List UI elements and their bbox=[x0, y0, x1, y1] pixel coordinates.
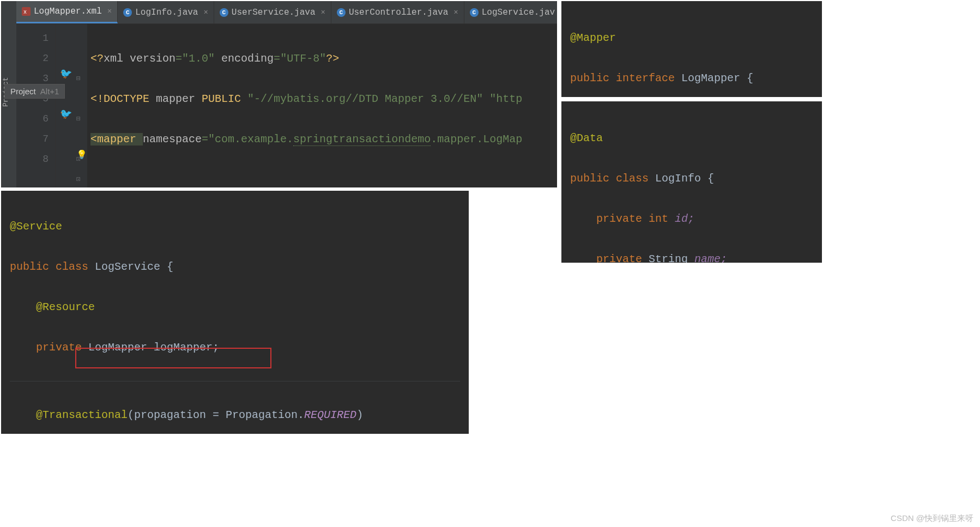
code-area[interactable]: <?xml version="1.0" encoding="UTF-8"?> <… bbox=[87, 24, 522, 187]
code-tok bbox=[10, 341, 36, 354]
code-tok: private int bbox=[596, 213, 675, 225]
code-tok: "UTF-8" bbox=[280, 52, 326, 65]
code-tok: (propagation = Propagation. bbox=[128, 409, 304, 421]
tab-label: UserService.java bbox=[232, 8, 316, 17]
code-tok: = bbox=[274, 52, 280, 65]
code-tok: LogInfo { bbox=[655, 172, 714, 185]
tab-logservice-java[interactable]: C LogService.jav bbox=[464, 1, 557, 23]
code-tok: @Resource bbox=[36, 301, 95, 313]
code-tok: springtransactiondemo bbox=[293, 133, 431, 146]
highlight-box bbox=[75, 348, 271, 368]
lightbulb-icon[interactable]: 💡 bbox=[76, 149, 87, 160]
code-tok: "1.0" bbox=[182, 52, 215, 65]
code-tok: mapper bbox=[97, 133, 143, 146]
svg-text:x: x bbox=[23, 9, 27, 15]
code-tok: ) bbox=[356, 409, 363, 421]
mybatis-bird-icon[interactable]: 🐦 bbox=[60, 68, 72, 80]
watermark: CSDN @快到锅里来呀 bbox=[891, 513, 973, 524]
code-tok: id; bbox=[675, 213, 694, 225]
code-tok: public interface bbox=[570, 72, 681, 84]
tab-label: LogService.jav bbox=[482, 8, 555, 17]
icon-gutter: 🐦 🐦 bbox=[56, 24, 76, 187]
code-tok bbox=[10, 409, 36, 421]
code-tok: public class bbox=[570, 172, 655, 185]
code-area[interactable]: @Mapper public interface LogMapper { int… bbox=[570, 8, 813, 97]
tab-userservice-java[interactable]: C UserService.java × bbox=[214, 1, 331, 23]
project-tooltip: Project Alt+1 bbox=[4, 84, 65, 99]
close-icon[interactable]: × bbox=[453, 8, 458, 17]
tab-label: UserController.java bbox=[349, 8, 448, 17]
panel-loginfo-class: @Data public class LogInfo { private int… bbox=[561, 101, 822, 263]
code-tok: .mapper.LogMap bbox=[431, 133, 522, 146]
code-area[interactable]: @Data public class LogInfo { private int… bbox=[570, 108, 813, 263]
code-tok: name; bbox=[694, 253, 727, 263]
close-icon[interactable]: × bbox=[107, 7, 112, 16]
code-tok: @Service bbox=[10, 220, 62, 233]
code-tok: "-//mybatis.org//DTD Mapper 3.0//EN" "ht… bbox=[247, 93, 522, 105]
code-tok: LogMapper { bbox=[681, 72, 753, 84]
code-tok: "com.example. bbox=[208, 133, 293, 146]
class-icon: C bbox=[337, 8, 346, 17]
code-tok: = bbox=[202, 133, 208, 146]
code-tok: xml version bbox=[104, 52, 176, 65]
tooltip-label: Project bbox=[10, 87, 36, 96]
code-tok: ?> bbox=[326, 52, 339, 65]
editor-tabs: x LogMapper.xml × C LogInfo.java × C Use… bbox=[16, 1, 557, 24]
fold-icon[interactable]: ⊟ bbox=[76, 69, 87, 89]
tab-label: LogMapper.xml bbox=[34, 7, 102, 16]
code-area[interactable]: @Service public class LogService { @Reso… bbox=[10, 196, 460, 434]
line-num: 8 bbox=[16, 149, 49, 169]
code-tok bbox=[570, 253, 596, 263]
fold-end-icon[interactable]: ⊡ bbox=[76, 169, 87, 187]
close-icon[interactable]: × bbox=[203, 8, 208, 17]
line-num: 1 bbox=[16, 28, 49, 49]
close-icon[interactable]: × bbox=[320, 8, 325, 17]
code-tok: encoding bbox=[215, 52, 274, 65]
fold-gutter: ⊟ ⊟ ⊡ ⊡ bbox=[76, 24, 87, 187]
code-tok: @Transactional bbox=[36, 409, 128, 421]
tooltip-shortcut: Alt+1 bbox=[40, 87, 59, 96]
class-icon: C bbox=[123, 8, 132, 17]
code-tok: mapper bbox=[156, 93, 202, 105]
code-tok: @Mapper bbox=[570, 32, 616, 44]
line-number-gutter: 1 2 3 5 6 7 8 bbox=[16, 24, 56, 187]
fold-icon[interactable]: ⊟ bbox=[76, 109, 87, 129]
panel-logservice: @Service public class LogService { @Reso… bbox=[1, 191, 469, 434]
code-tok: < bbox=[90, 133, 97, 146]
code-tok: namespace bbox=[143, 133, 202, 146]
code-tok bbox=[10, 301, 36, 313]
code-tok: public class bbox=[10, 261, 95, 273]
class-icon: C bbox=[220, 8, 228, 17]
code-tok: <!DOCTYPE bbox=[90, 93, 156, 105]
mybatis-bird-icon[interactable]: 🐦 bbox=[60, 108, 72, 120]
code-tok: = bbox=[176, 52, 182, 65]
panel-logmapper-interface: @Mapper public interface LogMapper { int… bbox=[561, 1, 822, 97]
code-tok: PUBLIC bbox=[202, 93, 247, 105]
tab-label: LogInfo.java bbox=[135, 8, 198, 17]
panel-xml-editor: Project x LogMapper.xml × C LogInfo.java… bbox=[1, 1, 557, 187]
code-tok bbox=[570, 213, 596, 225]
xml-file-icon: x bbox=[22, 7, 31, 16]
line-num: 2 bbox=[16, 49, 49, 69]
tab-usercontroller-java[interactable]: C UserController.java × bbox=[331, 1, 464, 23]
code-tok: private bbox=[596, 253, 649, 263]
code-tok: <? bbox=[90, 52, 104, 65]
line-num: 6 bbox=[16, 109, 49, 129]
line-num: 7 bbox=[16, 129, 49, 149]
code-tok: REQUIRED bbox=[304, 409, 356, 421]
code-tok: @Data bbox=[570, 132, 603, 144]
code-tok: String bbox=[649, 253, 694, 263]
class-icon: C bbox=[470, 8, 479, 17]
code-tok: LogService { bbox=[95, 261, 173, 273]
tab-loginfo-java[interactable]: C LogInfo.java × bbox=[118, 1, 214, 23]
editor-body: 1 2 3 5 6 7 8 🐦 🐦 ⊟ ⊟ ⊡ ⊡ <?xml version=… bbox=[16, 24, 557, 187]
tab-logmapper-xml[interactable]: x LogMapper.xml × bbox=[16, 1, 118, 23]
